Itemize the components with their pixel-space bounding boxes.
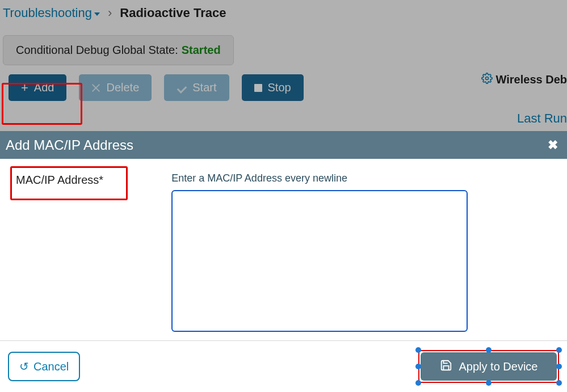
mac-ip-field-label: MAC/IP Address* [16,172,103,187]
save-icon [440,359,452,374]
last-run-link[interactable]: Last Run [517,111,567,126]
add-button-label: Add [34,81,54,94]
apply-button-label: Apply to Device [459,360,538,373]
plus-icon [21,82,28,94]
debug-status-label: Conditional Debug Global State: [16,44,178,57]
add-button[interactable]: Add [9,74,66,101]
stop-button[interactable]: Stop [242,74,304,101]
modal-footer: ↺ Cancel Apply to Device [0,340,567,392]
stop-square-icon [254,84,262,92]
selection-handle-icon [556,347,562,353]
mac-ip-helper-text: Enter a MAC/IP Address every newline [171,172,468,184]
chevron-right-icon: › [108,6,112,20]
delete-button-label: Delete [106,81,139,94]
debug-status-pill: Conditional Debug Global State: Started [3,35,234,65]
last-run-label: Last Run [517,111,567,125]
selection-handle-icon [415,380,421,386]
caret-down-icon [94,12,100,16]
x-icon [91,83,100,92]
start-button-label: Start [192,81,216,94]
modal-title: Add MAC/IP Address [6,137,133,153]
gear-icon [481,73,493,87]
stop-button-label: Stop [268,81,291,94]
start-button[interactable]: Start [164,74,229,101]
undo-icon: ↺ [19,360,29,373]
cancel-button[interactable]: ↺ Cancel [8,352,80,381]
wireless-debug-label: Wireless Deb [496,73,567,86]
selection-handle-icon [556,364,562,369]
delete-button[interactable]: Delete [79,74,152,101]
apply-button-selection: Apply to Device [418,350,559,383]
close-icon[interactable]: ✖ [548,138,558,153]
breadcrumb-root-link[interactable]: Troubleshooting [3,6,100,20]
breadcrumb-root-label: Troubleshooting [3,6,92,20]
selection-handle-icon [415,347,421,353]
wireless-debug-link[interactable]: Wireless Deb [481,73,567,87]
cancel-button-label: Cancel [33,360,69,373]
modal-body: MAC/IP Address* Enter a MAC/IP Address e… [0,159,567,340]
breadcrumb-current: Radioactive Trace [120,6,226,20]
apply-to-device-button[interactable]: Apply to Device [421,352,557,381]
svg-point-0 [485,77,488,80]
check-icon [177,84,187,92]
breadcrumb: Troubleshooting › Radioactive Trace [0,0,567,32]
modal-header: Add MAC/IP Address ✖ [0,131,567,159]
selection-handle-icon [486,380,492,386]
debug-status-value: Started [182,44,221,57]
selection-handle-icon [556,380,562,386]
mac-ip-address-input[interactable] [171,190,468,332]
